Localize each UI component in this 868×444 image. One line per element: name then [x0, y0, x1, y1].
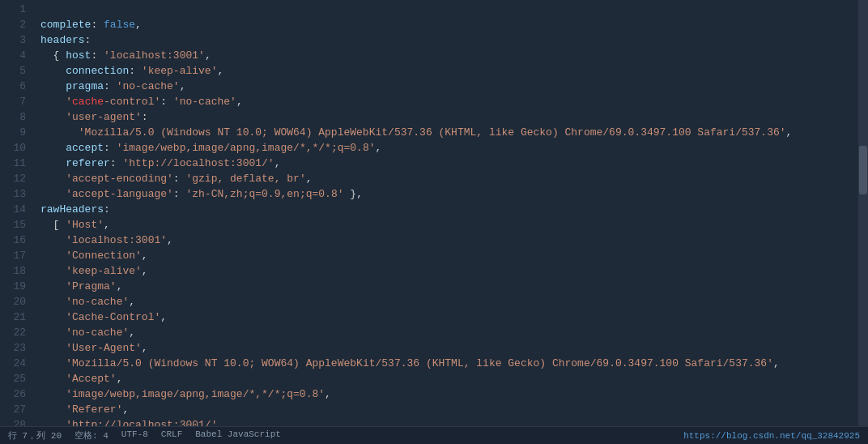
- code-content[interactable]: complete: false, headers: { host: 'local…: [32, 0, 858, 426]
- cursor-position: 行 7，列 20: [8, 429, 62, 442]
- line-numbers: 1 2 3 4 5 6 7 8 9 10 11 12 13 14 15 16 1…: [0, 0, 32, 426]
- language-mode[interactable]: Babel JavaScript: [195, 429, 281, 442]
- scrollbar[interactable]: [858, 0, 868, 426]
- scrollbar-thumb[interactable]: [859, 146, 867, 194]
- file-encoding: UTF-8: [121, 429, 148, 442]
- status-left: 行 7，列 20 空格: 4 UTF-8 CRLF Babel JavaScri…: [8, 429, 281, 442]
- csdn-link[interactable]: https://blog.csdn.net/qq_32842925: [683, 431, 860, 441]
- indentation: 空格: 4: [74, 429, 108, 442]
- status-right: https://blog.csdn.net/qq_32842925: [683, 431, 860, 441]
- status-bar: 行 7，列 20 空格: 4 UTF-8 CRLF Babel JavaScri…: [0, 426, 868, 444]
- editor-area: 1 2 3 4 5 6 7 8 9 10 11 12 13 14 15 16 1…: [0, 0, 868, 426]
- line-ending: CRLF: [161, 429, 182, 442]
